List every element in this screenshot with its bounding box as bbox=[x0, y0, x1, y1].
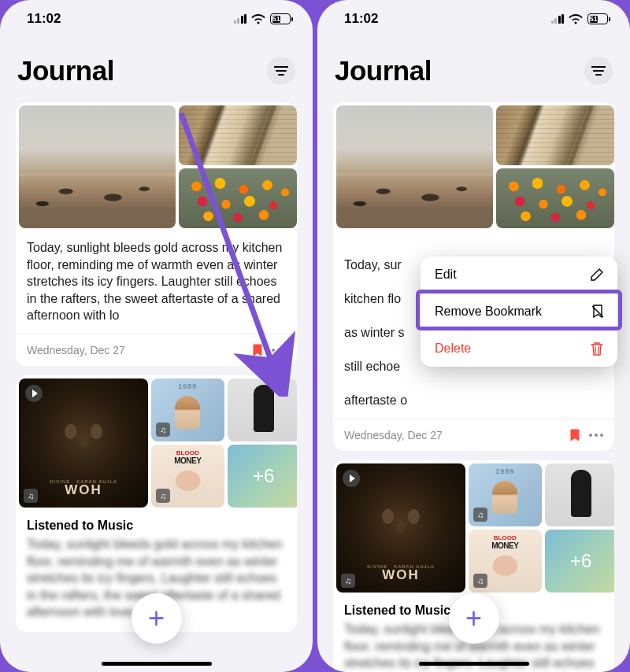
menu-item-delete[interactable]: Delete bbox=[421, 330, 617, 367]
album-more-count[interactable]: +6 bbox=[228, 445, 298, 508]
play-icon[interactable] bbox=[25, 385, 43, 402]
music-note-icon: ♫ bbox=[473, 574, 487, 588]
cellular-signal-icon bbox=[551, 14, 565, 24]
album-divine[interactable] bbox=[545, 463, 615, 526]
home-indicator[interactable] bbox=[419, 662, 529, 666]
wifi-icon bbox=[569, 14, 583, 24]
status-bar: 11:02 51 bbox=[317, 0, 630, 33]
album-blood-money[interactable]: BLOOD MONEY ♫ bbox=[469, 530, 541, 593]
photo-grid bbox=[16, 102, 297, 228]
photo-stairs[interactable] bbox=[496, 105, 614, 165]
menu-label-edit: Edit bbox=[435, 268, 457, 282]
wifi-icon bbox=[251, 14, 265, 24]
music-note-icon: ♫ bbox=[24, 489, 38, 503]
context-menu: Edit Remove Bookmark Delete bbox=[421, 257, 617, 367]
battery-level: 51 bbox=[590, 16, 598, 23]
filter-button[interactable] bbox=[267, 57, 295, 85]
menu-label-delete: Delete bbox=[435, 342, 471, 356]
status-icons: 51 bbox=[551, 13, 609, 24]
cellular-signal-icon bbox=[234, 14, 247, 24]
music-entry-title: Listened to Music bbox=[16, 508, 297, 536]
phone-screen-right: 11:02 51 Journal Today, sur kitchen flo bbox=[317, 0, 630, 672]
album-blood-money[interactable]: BLOOD MONEY ♫ bbox=[151, 445, 224, 508]
album-grid: DIVINE · KARAN AUJLA WOH ♫ 1989 ♫ BLOOD … bbox=[16, 375, 297, 508]
entry-date: Wednesday, Dec 27 bbox=[344, 429, 443, 441]
entry-footer: Wednesday, Dec 27 bbox=[16, 334, 297, 366]
trash-icon bbox=[591, 342, 603, 356]
photo-beach[interactable] bbox=[19, 105, 176, 228]
status-bar: 11:02 51 bbox=[0, 0, 313, 33]
phone-screen-left: 11:02 51 Journal Today, sunlight bleeds … bbox=[0, 0, 313, 672]
status-time: 11:02 bbox=[27, 11, 61, 27]
album-grid: DIVINE · KARAN AUJLA WOH ♫ 1989 ♫ BLOOD … bbox=[333, 460, 614, 593]
menu-label-remove-bookmark: Remove Bookmark bbox=[435, 305, 542, 319]
play-icon[interactable] bbox=[343, 470, 360, 487]
filter-button[interactable] bbox=[584, 57, 613, 85]
battery-icon: 51 bbox=[587, 13, 608, 24]
album-more-count[interactable]: +6 bbox=[545, 530, 615, 593]
journal-entry-card[interactable]: Today, sunlight bleeds gold across my ki… bbox=[16, 102, 297, 366]
entry-body-text: Today, sunlight bleeds gold across my ki… bbox=[16, 228, 297, 334]
photo-flowers[interactable] bbox=[496, 168, 614, 228]
music-note-icon: ♫ bbox=[341, 574, 355, 588]
album-woh[interactable]: DIVINE · KARAN AUJLA WOH ♫ bbox=[336, 463, 465, 593]
album-1989[interactable]: 1989 ♫ bbox=[469, 463, 541, 526]
home-indicator[interactable] bbox=[102, 662, 212, 666]
add-entry-button[interactable]: + bbox=[132, 593, 182, 644]
photo-stairs[interactable] bbox=[179, 105, 297, 165]
bookmark-icon[interactable] bbox=[570, 429, 580, 441]
status-time: 11:02 bbox=[344, 11, 378, 27]
menu-item-edit[interactable]: Edit bbox=[421, 257, 617, 294]
battery-icon: 51 bbox=[270, 13, 291, 24]
header: Journal bbox=[0, 33, 313, 98]
add-entry-button[interactable]: + bbox=[449, 593, 499, 644]
page-title: Journal bbox=[335, 55, 432, 87]
music-note-icon: ♫ bbox=[156, 423, 170, 437]
filter-lines-icon bbox=[591, 66, 606, 76]
status-icons: 51 bbox=[234, 13, 291, 24]
album-divine[interactable] bbox=[228, 378, 298, 441]
pencil-icon bbox=[591, 268, 603, 281]
more-options-button[interactable] bbox=[272, 349, 286, 352]
header: Journal bbox=[317, 33, 630, 98]
more-options-button[interactable] bbox=[589, 434, 603, 437]
album-1989[interactable]: 1989 ♫ bbox=[151, 378, 224, 441]
photo-beach[interactable] bbox=[336, 105, 493, 228]
page-title: Journal bbox=[17, 55, 114, 87]
menu-item-remove-bookmark[interactable]: Remove Bookmark bbox=[421, 294, 617, 330]
entry-date: Wednesday, Dec 27 bbox=[27, 344, 125, 356]
bookmark-icon[interactable] bbox=[253, 344, 262, 356]
album-woh-title: WOH bbox=[336, 567, 465, 583]
music-note-icon: ♫ bbox=[473, 508, 487, 522]
bookmark-slash-icon bbox=[592, 305, 603, 319]
photo-grid bbox=[333, 102, 614, 228]
music-note-icon: ♫ bbox=[156, 489, 170, 503]
entry-footer: Wednesday, Dec 27 bbox=[333, 419, 614, 451]
album-woh-title: WOH bbox=[19, 482, 148, 498]
album-woh[interactable]: DIVINE · KARAN AUJLA WOH ♫ bbox=[19, 378, 148, 508]
battery-level: 51 bbox=[272, 16, 281, 23]
photo-flowers[interactable] bbox=[179, 168, 297, 228]
filter-lines-icon bbox=[274, 66, 288, 76]
